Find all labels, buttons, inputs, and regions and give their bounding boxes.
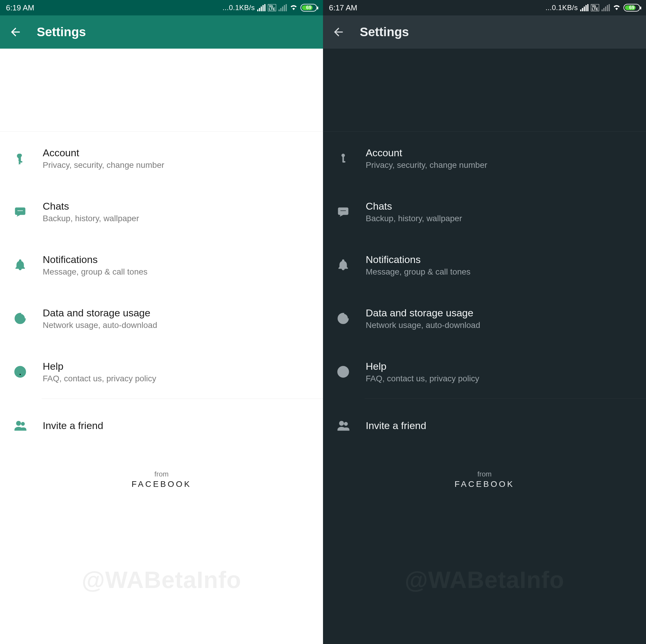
bell-icon	[335, 257, 351, 273]
settings-item-help[interactable]: Help FAQ, contact us, privacy policy	[0, 345, 323, 398]
item-title: Data and storage usage	[366, 307, 634, 319]
settings-item-notifications[interactable]: Notifications Message, group & call tone…	[323, 238, 646, 292]
battery-percent: 69	[624, 5, 639, 10]
item-title: Help	[43, 361, 311, 372]
key-icon	[335, 150, 351, 167]
signal-primary-icon	[580, 4, 588, 11]
phone-dark: 6:17 AM ...0.1KB/s VoLTE 69 Settings	[323, 0, 646, 644]
svg-point-15	[344, 422, 348, 425]
svg-point-6	[16, 421, 21, 425]
item-title: Notifications	[366, 254, 634, 265]
status-network-speed: ...0.1KB/s	[222, 4, 255, 12]
data-usage-icon	[335, 310, 351, 327]
app-bar: Settings	[323, 15, 646, 49]
item-subtitle: Message, group & call tones	[43, 267, 311, 277]
item-subtitle: Backup, history, wallpaper	[366, 214, 634, 223]
status-time: 6:19 AM	[6, 3, 34, 12]
footer-branding: from FACEBOOK	[0, 470, 323, 489]
item-title: Account	[366, 147, 634, 159]
item-title: Data and storage usage	[43, 307, 311, 319]
signal-secondary-icon	[279, 4, 287, 11]
item-subtitle: Backup, history, wallpaper	[43, 214, 311, 223]
svg-point-7	[21, 422, 25, 425]
back-button[interactable]	[332, 25, 345, 38]
status-time: 6:17 AM	[329, 3, 357, 12]
wifi-icon	[612, 2, 621, 13]
settings-item-data-storage[interactable]: Data and storage usage Network usage, au…	[0, 292, 323, 345]
item-subtitle: FAQ, contact us, privacy policy	[43, 374, 311, 383]
signal-secondary-icon	[602, 4, 610, 11]
phone-light: 6:19 AM ...0.1KB/s VoLTE 69 Settings	[0, 0, 323, 644]
item-title: Chats	[43, 201, 311, 212]
volte-icon: VoLTE	[591, 4, 599, 11]
item-subtitle: FAQ, contact us, privacy policy	[366, 374, 634, 383]
back-button[interactable]	[9, 25, 22, 38]
settings-item-account[interactable]: Account Privacy, security, change number	[0, 132, 323, 185]
chat-icon	[335, 204, 351, 220]
app-bar: Settings	[0, 15, 323, 49]
svg-point-13	[343, 374, 344, 375]
status-bar: 6:19 AM ...0.1KB/s VoLTE 69	[0, 0, 323, 15]
settings-item-invite[interactable]: Invite a friend	[0, 399, 323, 452]
item-subtitle: Privacy, security, change number	[366, 160, 634, 170]
battery-icon: 69	[624, 4, 640, 12]
watermark: @WABetaInfo	[82, 566, 241, 594]
footer-brand: FACEBOOK	[0, 480, 323, 489]
settings-list: Account Privacy, security, change number…	[0, 132, 323, 452]
people-icon	[12, 417, 28, 434]
settings-item-notifications[interactable]: Notifications Message, group & call tone…	[0, 238, 323, 292]
svg-point-11	[338, 314, 348, 323]
signal-primary-icon	[257, 4, 265, 11]
footer-branding: from FACEBOOK	[323, 470, 646, 489]
footer-brand: FACEBOOK	[323, 480, 646, 489]
item-title: Invite a friend	[43, 420, 311, 431]
settings-item-chats[interactable]: Chats Backup, history, wallpaper	[0, 185, 323, 238]
chat-icon	[12, 204, 28, 220]
settings-item-account[interactable]: Account Privacy, security, change number	[323, 132, 646, 185]
watermark: @WABetaInfo	[405, 566, 564, 594]
battery-icon: 69	[301, 4, 317, 12]
footer-from: from	[0, 470, 323, 478]
item-title: Invite a friend	[366, 420, 634, 431]
settings-item-data-storage[interactable]: Data and storage usage Network usage, au…	[323, 292, 646, 345]
svg-point-3	[15, 314, 25, 323]
settings-list: Account Privacy, security, change number…	[323, 132, 646, 452]
help-icon	[335, 364, 351, 380]
bell-icon	[12, 257, 28, 273]
settings-item-help[interactable]: Help FAQ, contact us, privacy policy	[323, 345, 646, 398]
settings-item-invite[interactable]: Invite a friend	[323, 399, 646, 452]
people-icon	[335, 417, 351, 434]
volte-icon: VoLTE	[268, 4, 276, 11]
item-title: Chats	[366, 201, 634, 212]
svg-point-14	[339, 421, 344, 425]
page-title: Settings	[37, 25, 86, 39]
profile-section[interactable]	[323, 49, 646, 132]
item-title: Help	[366, 361, 634, 372]
status-network-speed: ...0.1KB/s	[545, 4, 578, 12]
profile-section[interactable]	[0, 49, 323, 132]
svg-point-5	[20, 374, 21, 375]
item-subtitle: Message, group & call tones	[366, 267, 634, 277]
data-usage-icon	[12, 310, 28, 327]
item-title: Notifications	[43, 254, 311, 265]
item-subtitle: Privacy, security, change number	[43, 160, 311, 170]
footer-from: from	[323, 470, 646, 478]
wifi-icon	[289, 2, 298, 13]
svg-rect-2	[20, 161, 22, 162]
page-title: Settings	[360, 25, 409, 39]
item-subtitle: Network usage, auto-download	[43, 320, 311, 330]
settings-item-chats[interactable]: Chats Backup, history, wallpaper	[323, 185, 646, 238]
item-title: Account	[43, 147, 311, 159]
key-icon	[12, 150, 28, 167]
item-subtitle: Network usage, auto-download	[366, 320, 634, 330]
svg-rect-10	[343, 161, 345, 162]
status-bar: 6:17 AM ...0.1KB/s VoLTE 69	[323, 0, 646, 15]
battery-percent: 69	[301, 5, 316, 10]
help-icon	[12, 364, 28, 380]
